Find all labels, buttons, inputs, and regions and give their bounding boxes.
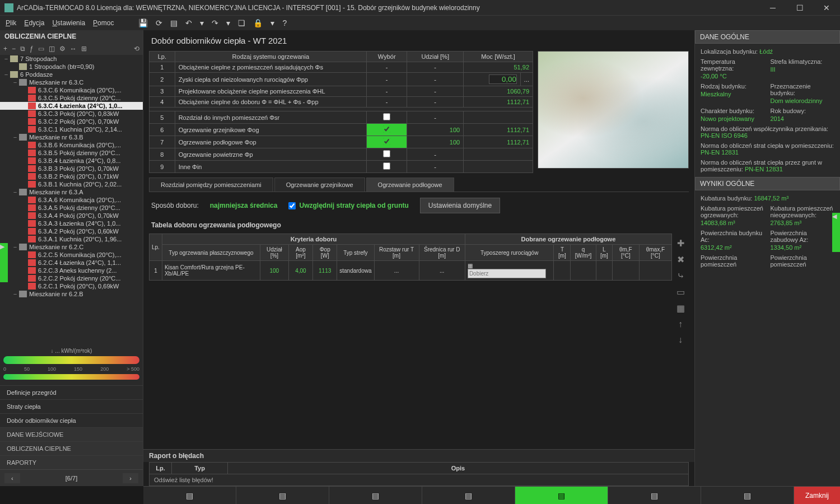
tree-node[interactable]: 1 Stropodach (btr=0,90) <box>0 63 143 71</box>
sys-checkbox[interactable] <box>383 125 390 133</box>
tree-node[interactable]: 6.3.C.1 Kuchnia (20°C), 2,14... <box>0 125 143 133</box>
moc-input[interactable] <box>489 74 517 84</box>
redo-icon[interactable]: ↷ <box>212 18 218 27</box>
tree-node[interactable]: −Mieszkanie nr 6.3.A <box>0 188 143 196</box>
menu-plik[interactable]: Plik <box>6 19 16 27</box>
tree-node[interactable]: 6.2.C.1 Pokój (20°C), 0,69kW <box>0 282 143 290</box>
pager-next[interactable]: › <box>123 473 138 483</box>
tool5-icon[interactable]: ▦ <box>676 303 685 314</box>
tree-node[interactable]: 6.3.C.3 Pokój (20°C), 0,83kW <box>0 110 143 118</box>
lock-icon[interactable]: 🔒 <box>253 18 263 27</box>
tree-node[interactable]: 6.3.B.4 Łazienka (24°C), 0,8... <box>0 157 143 165</box>
tool3-icon[interactable]: ⤷ <box>677 270 684 281</box>
tree-node[interactable]: 6.2.C.3 Aneks kuchenny (2... <box>0 267 143 274</box>
undo-dropdown-icon[interactable]: ▾ <box>200 18 204 27</box>
undo-icon[interactable]: ↶ <box>185 18 192 27</box>
sys-checkbox[interactable] <box>383 162 390 170</box>
tree-node[interactable]: −Mieszkanie nr 6.2.B <box>0 290 143 298</box>
bt-seg-6[interactable]: ▤ <box>608 487 701 504</box>
redo-dropdown-icon[interactable]: ▾ <box>226 18 230 27</box>
document-icon[interactable]: ▤ <box>170 18 178 27</box>
tree-node[interactable]: 6.3.C.6 Komunikacja (20°C),... <box>0 86 143 94</box>
tree-add-icon[interactable]: + <box>3 45 7 53</box>
dobierz-input[interactable] <box>468 269 546 278</box>
tree-node[interactable]: −6 Poddasze <box>0 71 143 78</box>
tree-node[interactable]: −Mieszkanie nr 6.3.B <box>0 133 143 141</box>
sel-row[interactable]: 1 Kisan Comfort/Rura grzejna PE-Xb/AL/PE… <box>150 261 672 281</box>
tree-fn5-icon[interactable]: ↔ <box>70 45 77 53</box>
tree-node[interactable]: 6.3.C.2 Pokój (20°C), 0,70kW <box>0 118 143 125</box>
maximize-button[interactable]: ☐ <box>791 1 809 15</box>
sys-checkbox[interactable] <box>383 150 390 157</box>
tab-grzejnikowe[interactable]: Ogrzewanie grzejnikowe <box>274 178 365 192</box>
tree-node[interactable]: −Mieszkanie nr 6.2.C <box>0 243 143 251</box>
tree-node[interactable]: 6.3.A.5 Pokój dzienny (20°C... <box>0 204 143 212</box>
bt-seg-7[interactable]: ▤ <box>701 487 794 504</box>
tree-node[interactable]: 6.3.B.6 Komunikacja (20°C),... <box>0 141 143 149</box>
nav-definicje[interactable]: Definicje przegród <box>0 385 143 399</box>
tree-node[interactable]: 6.3.A.6 Komunikacja (20°C),... <box>0 196 143 204</box>
nav-header-obliczenia[interactable]: OBLICZENIA CIEPLNE <box>0 441 143 455</box>
left-edge-handle[interactable]: ▶ <box>0 243 8 282</box>
tab-podlogowe[interactable]: Ogrzewanie podłogowe <box>366 178 454 192</box>
tree-node[interactable]: −Mieszkanie nr 6.3.C <box>0 78 143 86</box>
bt-seg-5-active[interactable]: ▤ <box>515 487 608 504</box>
tree-node[interactable]: 6.3.B.3 Pokój (20°C), 0,70kW <box>0 165 143 172</box>
tree-node[interactable]: 6.3.B.2 Pokój (20°C), 0,71kW <box>0 172 143 180</box>
layers-icon[interactable]: ❏ <box>238 18 245 27</box>
bt-seg-2[interactable]: ▤ <box>236 487 329 504</box>
tree-remove-icon[interactable]: − <box>12 45 16 53</box>
sys-checkbox[interactable] <box>383 113 390 120</box>
right-edge-handle[interactable]: ◀ <box>832 213 840 252</box>
tree-node[interactable]: 6.3.B.5 Pokój dzienny (20°C... <box>0 149 143 157</box>
tree-node[interactable]: 6.2.C.5 Komunikacja (20°C),... <box>0 251 143 259</box>
tree-fn1-icon[interactable]: ƒ <box>30 45 34 53</box>
menu-edycja[interactable]: Edycja <box>24 19 44 27</box>
ground-loss-checkbox[interactable]: Uwzględnij straty ciepła od gruntu <box>288 202 408 209</box>
minimize-button[interactable]: ─ <box>764 1 782 15</box>
nav-straty[interactable]: Straty ciepła <box>0 399 143 413</box>
tree-fn2-icon[interactable]: ▭ <box>38 45 44 53</box>
tree-node[interactable]: −7 Stropodach <box>0 55 143 63</box>
srednica-cell[interactable]: ... <box>419 261 465 281</box>
delete-row-icon[interactable]: ✖ <box>677 254 684 265</box>
add-row-icon[interactable]: ✚ <box>677 238 684 249</box>
bt-seg-1[interactable]: ▤ <box>143 487 236 504</box>
menu-ustawienia[interactable]: Ustawienia <box>52 19 85 27</box>
bt-seg-3[interactable]: ▤ <box>329 487 422 504</box>
bt-seg-4[interactable]: ▤ <box>422 487 515 504</box>
refresh-icon[interactable]: ⟳ <box>156 18 162 27</box>
tree-node[interactable]: 6.3.A.1 Kuchnia (20°C), 1,96... <box>0 235 143 243</box>
tree-copy-icon[interactable]: ⧉ <box>20 45 25 53</box>
nav-header-raporty[interactable]: RAPORTY <box>0 455 143 469</box>
tree-fn4-icon[interactable]: ⚙ <box>59 45 66 53</box>
tree-fn6-icon[interactable]: ⊞ <box>81 45 87 53</box>
close-button[interactable]: ✕ <box>818 1 836 15</box>
default-settings-button[interactable]: Ustawienia domyślne <box>420 198 500 213</box>
tree-node[interactable]: 6.3.A.3 Łazienka (24°C), 1,0... <box>0 220 143 227</box>
tree-node[interactable]: 6.3.B.1 Kuchnia (20°C), 2,02... <box>0 180 143 188</box>
sposob-value[interactable]: najmniejsza średnica <box>210 202 278 209</box>
lock-dropdown-icon[interactable]: ▾ <box>270 18 274 27</box>
tool4-icon[interactable]: ▭ <box>676 287 685 297</box>
zamknij-button[interactable]: Zamknij <box>794 487 840 504</box>
tree-node[interactable]: 6.3.A.2 Pokój (20°C), 0,60kW <box>0 227 143 235</box>
help-icon[interactable]: ? <box>282 18 287 27</box>
tree-node[interactable]: 6.3.A.4 Pokój (20°C), 0,70kW <box>0 212 143 220</box>
tree-fn3-icon[interactable]: ◫ <box>49 45 55 53</box>
tab-rozdzial[interactable]: Rozdział pomiędzy pomieszczeniami <box>149 178 273 192</box>
save-icon[interactable]: 💾 <box>138 18 148 27</box>
move-down-icon[interactable]: ↓ <box>678 335 683 345</box>
tree-sync-icon[interactable]: ⟲ <box>134 45 139 53</box>
tree-node[interactable]: 6.3.C.4 Łazienka (24°C), 1,0... <box>0 102 143 110</box>
rozstaw-cell[interactable]: ... <box>374 261 419 281</box>
tree-node[interactable]: 6.2.C.2 Pokój dzienny (20°C... <box>0 274 143 282</box>
nav-header-dane[interactable]: DANE WEJŚCIOWE <box>0 427 143 441</box>
tree-node[interactable]: 6.3.C.5 Pokój dzienny (20°C... <box>0 94 143 102</box>
structure-tree[interactable]: −7 Stropodach1 Stropodach (btr=0,90)−6 P… <box>0 55 143 344</box>
typoszereg-cell[interactable]: ▦ <box>465 261 554 281</box>
tree-node[interactable]: 6.2.C.4 Łazienka (24°C), 1,1... <box>0 259 143 267</box>
pager-prev[interactable]: ‹ <box>4 473 20 483</box>
menu-pomoc[interactable]: Pomoc <box>93 19 114 27</box>
nav-dobor[interactable]: Dobór odbiorników ciepła <box>0 413 143 427</box>
